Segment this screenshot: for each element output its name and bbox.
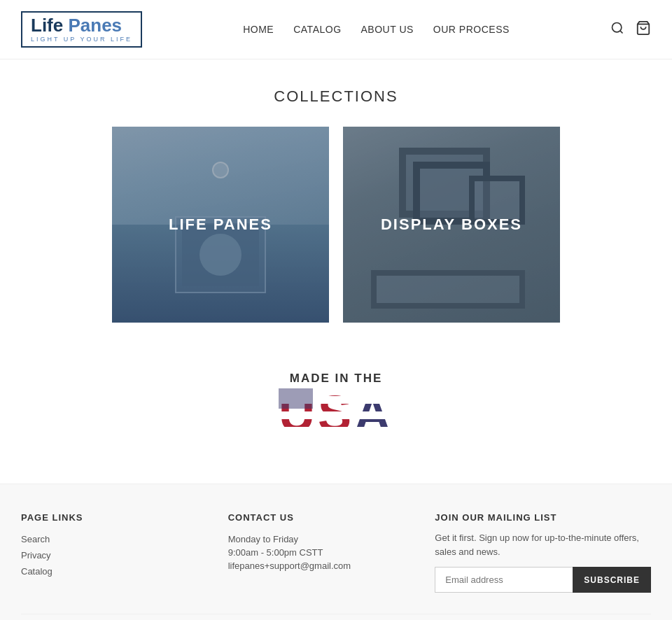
svg-point-0 [612, 22, 621, 31]
email-form: SUBSCRIBE [435, 567, 651, 593]
mailing-description: Get it first. Sign up now for up-to-the-… [435, 531, 651, 558]
site-header: Life Panes LIGHT UP YOUR LIFE HOME CATAL… [0, 0, 672, 59]
logo-tagline: LIGHT UP YOUR LIFE [31, 36, 132, 43]
nav-about[interactable]: ABOUT US [361, 24, 414, 35]
made-in-usa-section: MADE IN THE USA [0, 351, 672, 484]
footer-link-catalog[interactable]: Catalog [21, 566, 200, 577]
site-footer: PAGE LINKS Search Privacy Catalog CONTAC… [0, 484, 672, 620]
nav-catalog[interactable]: CATALOG [293, 24, 341, 35]
header-actions [610, 20, 651, 39]
search-button[interactable] [610, 21, 624, 38]
contact-time: 9:00am - 5:00pm CSTT [228, 547, 407, 558]
cart-icon [636, 20, 651, 36]
footer-bottom: © 2023, Life Panes pay AMEX  Pay Diners… [21, 614, 651, 620]
mailing-heading: JOIN OUR MAILING LIST [435, 512, 651, 523]
contact-email: lifepanes+support@gmail.com [228, 561, 407, 571]
footer-link-search[interactable]: Search [21, 534, 200, 544]
collection-card-life-panes[interactable]: LIFE PANES [112, 127, 329, 323]
cart-button[interactable] [636, 20, 651, 39]
usa-logo: USA [279, 388, 393, 439]
footer-grid: PAGE LINKS Search Privacy Catalog CONTAC… [21, 512, 651, 593]
collection-overlay: LIFE PANES [112, 127, 329, 323]
collection-card-display-boxes[interactable]: DISPLAY BOXES [343, 127, 560, 323]
usa-a-text: A [354, 388, 393, 439]
footer-link-privacy[interactable]: Privacy [21, 550, 200, 561]
made-in-the-label: MADE IN THE [279, 372, 393, 386]
collection-label-display-boxes: DISPLAY BOXES [381, 216, 522, 234]
collections-grid: LIFE PANES DISPLAY BOXES [21, 127, 651, 323]
svg-line-1 [620, 30, 623, 33]
nav-home[interactable]: HOME [243, 24, 274, 35]
footer-page-links: PAGE LINKS Search Privacy Catalog [21, 512, 200, 593]
contact-heading: CONTACT US [228, 512, 407, 523]
footer-contact: CONTACT US Monday to Friday 9:00am - 5:0… [228, 512, 407, 593]
collections-title: COLLECTIONS [21, 87, 651, 106]
usa-s-text: S [318, 388, 354, 439]
footer-mailing: JOIN OUR MAILING LIST Get it first. Sign… [435, 512, 651, 593]
page-links-heading: PAGE LINKS [21, 512, 200, 523]
made-in-usa-badge: MADE IN THE USA [279, 372, 393, 442]
usa-text: U [279, 388, 318, 439]
contact-hours: Monday to Friday [228, 534, 407, 544]
collections-section: COLLECTIONS LIFE PANES [0, 59, 672, 351]
main-content: COLLECTIONS LIFE PANES [0, 59, 672, 484]
email-input[interactable] [435, 567, 573, 593]
logo[interactable]: Life Panes LIGHT UP YOUR LIFE [21, 11, 142, 48]
collection-overlay-2: DISPLAY BOXES [343, 127, 560, 323]
search-icon [610, 21, 624, 35]
main-nav: HOME CATALOG ABOUT US OUR PROCESS [243, 24, 510, 35]
nav-our-process[interactable]: OUR PROCESS [433, 24, 510, 35]
subscribe-button[interactable]: SUBSCRIBE [573, 567, 651, 593]
collection-label-life-panes: LIFE PANES [169, 216, 272, 234]
